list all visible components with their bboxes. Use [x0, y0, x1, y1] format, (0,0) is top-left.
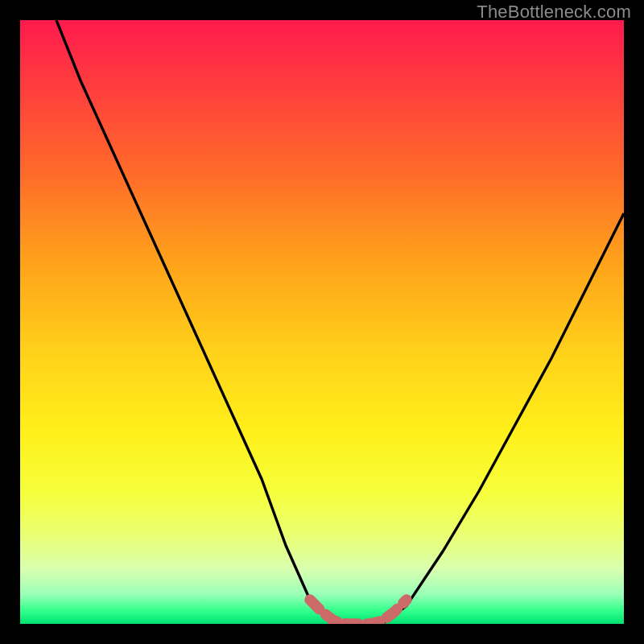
marker-path: [310, 600, 407, 624]
bottom-marker: [20, 20, 624, 624]
plot-area: [20, 20, 624, 624]
chart-container: TheBottleneck.com: [0, 0, 644, 644]
